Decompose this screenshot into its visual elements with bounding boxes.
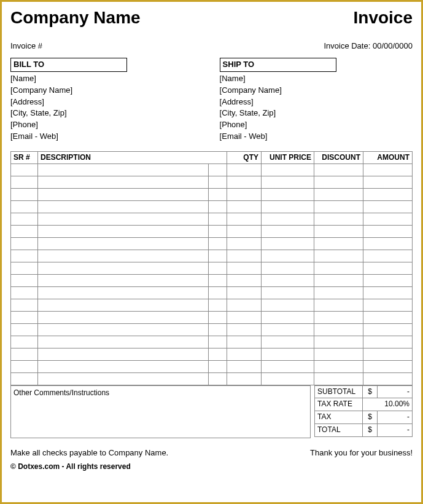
table-cell[interactable] bbox=[38, 262, 209, 274]
table-row[interactable] bbox=[11, 163, 413, 176]
table-cell[interactable] bbox=[208, 200, 227, 213]
table-cell[interactable] bbox=[208, 225, 227, 237]
table-cell[interactable] bbox=[11, 360, 38, 372]
table-cell[interactable] bbox=[363, 336, 413, 348]
table-cell[interactable] bbox=[38, 348, 209, 360]
table-cell[interactable] bbox=[38, 225, 209, 237]
table-cell[interactable] bbox=[262, 360, 314, 372]
table-cell[interactable] bbox=[262, 225, 314, 237]
table-cell[interactable] bbox=[208, 286, 227, 299]
table-cell[interactable] bbox=[363, 250, 413, 262]
table-row[interactable] bbox=[11, 323, 413, 336]
table-cell[interactable] bbox=[262, 323, 314, 336]
table-cell[interactable] bbox=[208, 176, 227, 188]
table-cell[interactable] bbox=[262, 274, 314, 286]
table-row[interactable] bbox=[11, 360, 413, 372]
table-cell[interactable] bbox=[314, 299, 363, 311]
table-cell[interactable] bbox=[11, 348, 38, 360]
table-cell[interactable] bbox=[227, 286, 262, 299]
table-cell[interactable] bbox=[208, 299, 227, 311]
table-cell[interactable] bbox=[208, 372, 227, 385]
table-cell[interactable] bbox=[363, 286, 413, 299]
table-cell[interactable] bbox=[227, 213, 262, 225]
table-cell[interactable] bbox=[38, 336, 209, 348]
table-cell[interactable] bbox=[208, 360, 227, 372]
table-cell[interactable] bbox=[11, 262, 38, 274]
table-cell[interactable] bbox=[314, 213, 363, 225]
table-cell[interactable] bbox=[363, 188, 413, 200]
table-cell[interactable] bbox=[314, 336, 363, 348]
table-cell[interactable] bbox=[262, 237, 314, 250]
table-row[interactable] bbox=[11, 237, 413, 250]
table-cell[interactable] bbox=[227, 237, 262, 250]
table-cell[interactable] bbox=[227, 323, 262, 336]
table-cell[interactable] bbox=[11, 336, 38, 348]
table-cell[interactable] bbox=[38, 213, 209, 225]
table-cell[interactable] bbox=[363, 274, 413, 286]
table-cell[interactable] bbox=[38, 323, 209, 336]
table-row[interactable] bbox=[11, 336, 413, 348]
table-cell[interactable] bbox=[11, 286, 38, 299]
table-cell[interactable] bbox=[208, 237, 227, 250]
table-cell[interactable] bbox=[262, 372, 314, 385]
table-cell[interactable] bbox=[227, 360, 262, 372]
table-cell[interactable] bbox=[314, 372, 363, 385]
table-cell[interactable] bbox=[227, 188, 262, 200]
table-cell[interactable] bbox=[363, 163, 413, 176]
table-cell[interactable] bbox=[208, 323, 227, 336]
table-cell[interactable] bbox=[363, 348, 413, 360]
table-cell[interactable] bbox=[363, 323, 413, 336]
table-cell[interactable] bbox=[11, 225, 38, 237]
table-cell[interactable] bbox=[227, 176, 262, 188]
table-cell[interactable] bbox=[314, 286, 363, 299]
table-cell[interactable] bbox=[227, 336, 262, 348]
table-cell[interactable] bbox=[11, 372, 38, 385]
table-row[interactable] bbox=[11, 188, 413, 200]
table-cell[interactable] bbox=[262, 262, 314, 274]
table-cell[interactable] bbox=[38, 311, 209, 323]
table-cell[interactable] bbox=[314, 237, 363, 250]
table-cell[interactable] bbox=[208, 188, 227, 200]
comments-box[interactable]: Other Comments/Instructions bbox=[10, 385, 311, 438]
table-cell[interactable] bbox=[262, 311, 314, 323]
table-cell[interactable] bbox=[38, 237, 209, 250]
table-cell[interactable] bbox=[314, 360, 363, 372]
table-cell[interactable] bbox=[11, 274, 38, 286]
table-cell[interactable] bbox=[314, 225, 363, 237]
table-row[interactable] bbox=[11, 200, 413, 213]
table-cell[interactable] bbox=[208, 311, 227, 323]
table-cell[interactable] bbox=[38, 360, 209, 372]
table-row[interactable] bbox=[11, 225, 413, 237]
table-cell[interactable] bbox=[363, 262, 413, 274]
table-cell[interactable] bbox=[262, 336, 314, 348]
table-cell[interactable] bbox=[208, 336, 227, 348]
table-cell[interactable] bbox=[38, 372, 209, 385]
table-cell[interactable] bbox=[208, 262, 227, 274]
table-cell[interactable] bbox=[363, 213, 413, 225]
table-row[interactable] bbox=[11, 299, 413, 311]
table-cell[interactable] bbox=[227, 372, 262, 385]
table-cell[interactable] bbox=[262, 213, 314, 225]
table-cell[interactable] bbox=[314, 323, 363, 336]
table-cell[interactable] bbox=[363, 200, 413, 213]
table-cell[interactable] bbox=[262, 250, 314, 262]
table-cell[interactable] bbox=[38, 188, 209, 200]
table-cell[interactable] bbox=[38, 250, 209, 262]
table-cell[interactable] bbox=[363, 299, 413, 311]
table-cell[interactable] bbox=[227, 200, 262, 213]
table-cell[interactable] bbox=[262, 299, 314, 311]
table-cell[interactable] bbox=[227, 348, 262, 360]
table-cell[interactable] bbox=[363, 237, 413, 250]
table-cell[interactable] bbox=[38, 299, 209, 311]
table-cell[interactable] bbox=[363, 176, 413, 188]
table-cell[interactable] bbox=[11, 323, 38, 336]
table-cell[interactable] bbox=[11, 311, 38, 323]
table-cell[interactable] bbox=[11, 213, 38, 225]
table-cell[interactable] bbox=[262, 163, 314, 176]
table-cell[interactable] bbox=[38, 163, 209, 176]
table-cell[interactable] bbox=[38, 200, 209, 213]
table-cell[interactable] bbox=[11, 163, 38, 176]
table-cell[interactable] bbox=[363, 360, 413, 372]
table-cell[interactable] bbox=[262, 348, 314, 360]
table-cell[interactable] bbox=[314, 348, 363, 360]
